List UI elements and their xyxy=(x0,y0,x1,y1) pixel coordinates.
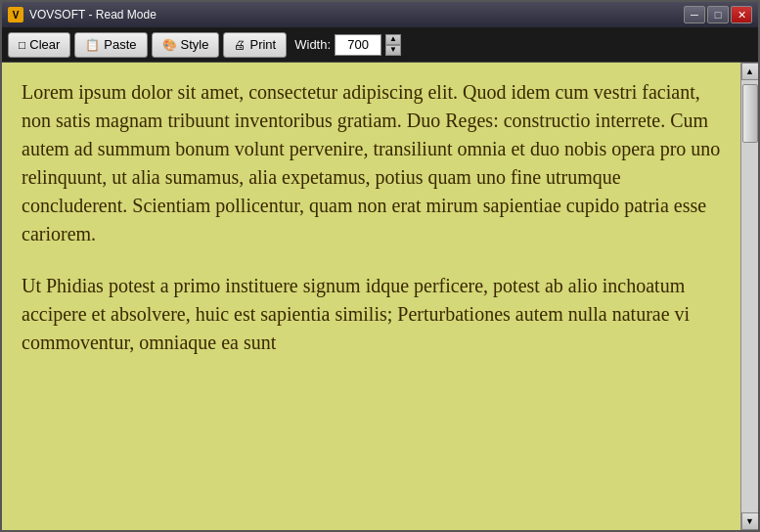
width-input[interactable] xyxy=(335,34,381,56)
clear-label: Clear xyxy=(29,37,60,52)
scroll-thumb[interactable] xyxy=(742,84,758,143)
paragraph-2: Ut Phidias potest a primo instituere sig… xyxy=(22,272,721,357)
paste-label: Paste xyxy=(104,37,136,52)
spinner-up-button[interactable]: ▲ xyxy=(385,34,401,45)
print-icon: 🖨 xyxy=(234,38,246,52)
maximize-button[interactable]: □ xyxy=(707,6,729,23)
spinner-down-button[interactable]: ▼ xyxy=(385,45,401,56)
close-button[interactable]: ✕ xyxy=(731,6,752,23)
paste-icon: 📋 xyxy=(85,38,100,52)
window-title: VOVSOFT - Read Mode xyxy=(29,8,156,22)
scroll-down-button[interactable]: ▼ xyxy=(741,512,759,530)
style-label: Style xyxy=(181,37,209,52)
scroll-up-button[interactable]: ▲ xyxy=(741,63,759,80)
clear-icon: □ xyxy=(19,38,25,52)
content-area: Lorem ipsum dolor sit amet, consectetur … xyxy=(2,63,758,530)
title-bar: V VOVSOFT - Read Mode ─ □ ✕ xyxy=(2,2,758,27)
width-label: Width: xyxy=(294,37,331,52)
scrollbar: ▲ ▼ xyxy=(740,63,758,530)
print-label: Print xyxy=(249,37,276,52)
style-button[interactable]: 🎨 Style xyxy=(152,32,220,58)
print-button[interactable]: 🖨 Print xyxy=(223,32,287,58)
window-controls: ─ □ ✕ xyxy=(684,6,752,23)
style-icon: 🎨 xyxy=(162,38,177,52)
paragraph-1: Lorem ipsum dolor sit amet, consectetur … xyxy=(22,78,721,248)
main-window: V VOVSOFT - Read Mode ─ □ ✕ □ Clear 📋 Pa… xyxy=(0,0,760,532)
paste-button[interactable]: 📋 Paste xyxy=(74,32,147,58)
title-bar-left: V VOVSOFT - Read Mode xyxy=(8,7,156,22)
text-content: Lorem ipsum dolor sit amet, consectetur … xyxy=(2,63,740,530)
clear-button[interactable]: □ Clear xyxy=(8,32,70,58)
toolbar: □ Clear 📋 Paste 🎨 Style 🖨 Print Width: ▲… xyxy=(2,27,758,63)
app-icon: V xyxy=(8,7,23,22)
width-spinner: ▲ ▼ xyxy=(385,34,401,56)
width-control: Width: ▲ ▼ xyxy=(294,34,401,56)
minimize-button[interactable]: ─ xyxy=(684,6,705,23)
scroll-track[interactable] xyxy=(741,80,759,512)
